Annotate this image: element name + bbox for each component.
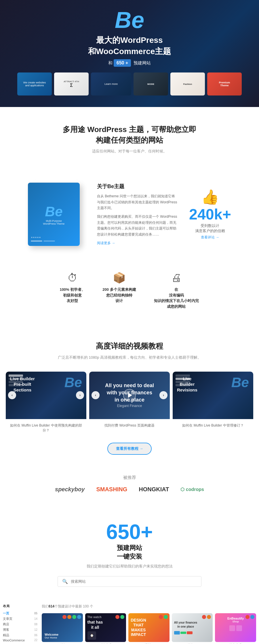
video-thumb-1: Be Live BuilderPre-builtSections ‹ › bbox=[6, 372, 86, 419]
filter-item-blog[interactable]: 博客12 bbox=[3, 627, 37, 632]
multipurpose-title: 多用途 WordPress 主题，可帮助您立即 构建任何类型的网站 bbox=[12, 124, 247, 145]
timer-icon: ⏱ bbox=[60, 272, 85, 284]
grid-img-default: Welcome Our Home bbox=[42, 613, 83, 642]
feature-item-1: ⏱ 100% 初学者、初级和创意友好型 bbox=[60, 272, 85, 309]
book-be-logo: Be bbox=[45, 204, 62, 219]
about-title: 关于Be主题 bbox=[97, 183, 178, 190]
book-subtitle: Multi-PurposeWordPress Theme bbox=[40, 219, 68, 225]
hero-subtitle: 和 650 + 预建网站 bbox=[6, 59, 253, 67]
video-nav-right-2[interactable]: › bbox=[159, 391, 167, 399]
feature-title-3: 在没有编码知识的情况下在几小时内完成您的网站 bbox=[153, 287, 199, 309]
hero-logo: Be bbox=[6, 9, 253, 32]
feature-item-2: 📦 200 多个元素来构建您已经结构独特设计 bbox=[102, 272, 136, 309]
grid-img-design: DESIGNTHATMAKESIMPACT bbox=[128, 613, 170, 642]
website-grid: 我们614个预建设计中最新 100 个 Welcome Our Home bbox=[42, 604, 256, 644]
grid-row-1: Welcome Our Home 默认 The watch bbox=[42, 613, 256, 644]
hero-badge: 650 + bbox=[114, 59, 131, 67]
hero-preview-images: We create websitesand applications ATTRA… bbox=[6, 72, 253, 95]
vthumb-be-logo-1: Be bbox=[64, 374, 82, 390]
grid-item-shop[interactable]: EnBeautify Shop 第九商店 bbox=[215, 613, 256, 644]
search-icon: 🔍 bbox=[62, 579, 68, 584]
video-nav-left-2[interactable]: ‹ bbox=[92, 391, 100, 399]
video-card-1[interactable]: Be Live BuilderPre-builtSections ‹ › 如何在… bbox=[6, 372, 86, 434]
video-nav-left-1[interactable]: ‹ bbox=[8, 391, 16, 399]
filter-item-shop[interactable]: 商店08 bbox=[3, 622, 37, 627]
stats-number: 240k+ bbox=[189, 207, 231, 222]
grid-badges-shop bbox=[245, 615, 254, 619]
grid-item-design[interactable]: DESIGNTHATMAKESIMPACT 设计4 bbox=[128, 613, 170, 644]
hero-title: 最大的WordPress 和WooCommerce主题 bbox=[6, 35, 253, 57]
grid-label-watch: 默认商店 bbox=[85, 643, 126, 644]
grid-img-watch: The watch that hasit all ⌚ bbox=[85, 613, 126, 642]
video-section: 高度详细的视频教程 广泛且不断增长的 1080p 高清视频教程库，每位方向、初学… bbox=[0, 326, 259, 463]
video-thumb-3: Be LiveBuilderRevisions bbox=[173, 372, 253, 419]
brand-codrops: ⬡ codrops bbox=[180, 487, 204, 492]
grid-layout: 布局 一页05 文章页14 商店08 博客12 精品06 WooCommerce… bbox=[0, 604, 259, 644]
search-input[interactable] bbox=[71, 579, 197, 584]
video-desc-2: 找到付费 WordPress 页面构建器 bbox=[91, 423, 168, 428]
grid-label-design: 设计4 bbox=[128, 643, 170, 644]
printer-icon: 🖨 bbox=[153, 272, 199, 284]
video-section-subtitle: 广泛且不断增长的 1080p 高清视频教程库，每位方向、初学者和专业人士都易于理… bbox=[6, 355, 253, 360]
stats-label: 受到数以计满意客户的的信赖 bbox=[189, 223, 231, 234]
video-cards-container: Be Live BuilderPre-builtSections ‹ › 如何在… bbox=[6, 372, 253, 434]
vthumb-be-logo-3: Be bbox=[231, 374, 249, 390]
book-visual-container: Be Multi-PurposeWordPress Theme ★★★★★ bbox=[28, 183, 85, 246]
grid-img-shop: EnBeautify Shop bbox=[215, 613, 256, 642]
video-thumb-2: All you need to dealwith your financesin… bbox=[89, 372, 170, 419]
video-card-desc-3: 如何在 Muffin Live Builder 中管理修订？ bbox=[173, 419, 253, 429]
video-nav-right-1[interactable]: › bbox=[76, 391, 84, 399]
filter-item-boutique[interactable]: 精品06 bbox=[3, 632, 37, 638]
video-section-title: 高度详细的视频教程 bbox=[6, 341, 253, 351]
brand-speckyboy: speckyboy bbox=[55, 486, 85, 493]
about-text-2: 我们构想创建更易购买、而不仅仅是一个 WordPress 主题。您可以利用其的功… bbox=[97, 214, 178, 237]
grid-img-finance: All your financesin one place bbox=[172, 613, 213, 642]
about-stats-container: 👍 240k+ 受到数以计满意客户的的信赖 查看评论 → bbox=[189, 189, 231, 240]
box-icon: 📦 bbox=[102, 272, 136, 284]
recommended-section: 被推荐 speckyboy SMASHING HONGKIAT ⬡ codrop… bbox=[0, 463, 259, 504]
thumbs-up-icon: 👍 bbox=[189, 189, 231, 205]
prebuilt-desc: 我们定期创建它们以帮助我们的客户来实现您的想法 bbox=[6, 564, 253, 569]
see-reviews-link[interactable]: 查看评论 → bbox=[189, 235, 231, 240]
video-play-button-2[interactable] bbox=[123, 389, 136, 402]
filter-item-article[interactable]: 文章页14 bbox=[3, 616, 37, 622]
grid-item-default[interactable]: Welcome Our Home 默认 bbox=[42, 613, 83, 644]
multipurpose-section: 多用途 WordPress 主题，可帮助您立即 构建任何类型的网站 适应任何网站… bbox=[0, 107, 259, 177]
brand-smashing: SMASHING bbox=[96, 486, 127, 493]
filter-type-title: 布局 bbox=[3, 604, 37, 608]
grid-badges-design bbox=[159, 615, 168, 619]
video-card-3[interactable]: Be LiveBuilderRevisions 如何在 Muffin Live … bbox=[173, 372, 253, 434]
prebuilt-section: 650+ 预建网站 一键安装 我们定期创建它们以帮助我们的客户来实现您的想法 🔍 bbox=[0, 504, 259, 604]
grid-badges-finance bbox=[202, 615, 211, 619]
view-all-tutorials-button[interactable]: 查看所有教程 → bbox=[107, 443, 152, 455]
video-card-desc-1: 如何在 Muffin Live Builder 中使用预先构建的部分？ bbox=[6, 419, 86, 434]
recommended-title: 被推荐 bbox=[6, 475, 253, 480]
filter-item-woo[interactable]: WooCommerce22 bbox=[3, 638, 37, 643]
grid-badges-watch bbox=[115, 615, 124, 619]
vthumb-title-1: Live BuilderPre-builtSections bbox=[10, 376, 35, 393]
video-card-2[interactable]: All you need to dealwith your financesin… bbox=[89, 372, 170, 434]
video-desc-1: 如何在 Muffin Live Builder 中使用预先构建的部分？ bbox=[7, 423, 85, 433]
vthumb-title-3: LiveBuilderRevisions bbox=[177, 376, 197, 393]
filter-sidebar: 布局 一页05 文章页14 商店08 博客12 精品06 WooCommerce… bbox=[3, 604, 37, 644]
video-desc-3: 如何在 Muffin Live Builder 中管理修订？ bbox=[174, 423, 252, 428]
feature-item-3: 🖨 在没有编码知识的情况下在几小时内完成您的网站 bbox=[153, 272, 199, 309]
search-bar: 🔍 bbox=[58, 576, 201, 587]
grid-label-shop: 第九商店 bbox=[215, 643, 256, 644]
about-text-1: 自从 Betheme 问世一个想法以来，我们就知道它将与我们迄今已试销的所有其他… bbox=[97, 193, 178, 211]
grid-label-finance: 钱包 2 bbox=[172, 643, 213, 644]
features-section: ⏱ 100% 初学者、初级和创意友好型 📦 200 多个元素来构建您已经结构独特… bbox=[0, 263, 259, 326]
prebuilt-number: 650+ bbox=[6, 521, 253, 542]
grid-item-watch[interactable]: The watch that hasit all ⌚ 默认商店 bbox=[85, 613, 126, 644]
read-more-link[interactable]: 阅读更多 → bbox=[97, 241, 115, 245]
grid-info: 我们614个预建设计中最新 100 个 bbox=[42, 604, 256, 609]
grid-badges-1 bbox=[62, 615, 81, 619]
feature-title-2: 200 多个元素来构建您已经结构独特设计 bbox=[102, 287, 136, 304]
feature-title-1: 100% 初学者、初级和创意友好型 bbox=[60, 287, 85, 304]
grid-item-finance[interactable]: All your financesin one place 钱包 2 bbox=[172, 613, 213, 644]
video-card-desc-2: 找到付费 WordPress 页面构建器 bbox=[89, 419, 170, 429]
filter-item-onepage[interactable]: 一页05 bbox=[3, 611, 37, 616]
grid-label-default: 默认 bbox=[42, 643, 83, 644]
hero-section: Be 最大的WordPress 和WooCommerce主题 和 650 + 预… bbox=[0, 0, 259, 107]
brand-hongkiat: HONGKIAT bbox=[139, 486, 169, 493]
